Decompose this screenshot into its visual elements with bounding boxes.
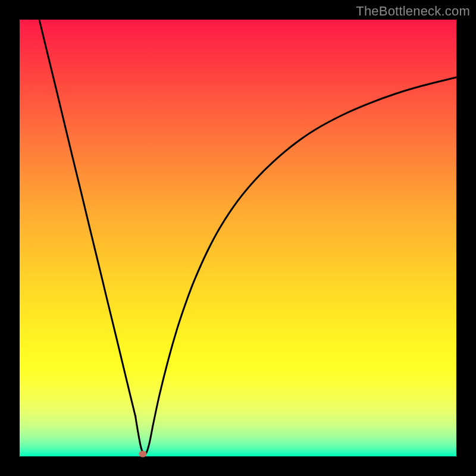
bottleneck-curve xyxy=(20,20,456,456)
optimum-marker xyxy=(139,450,146,457)
chart-frame: TheBottleneck.com xyxy=(0,0,476,476)
watermark-text: TheBottleneck.com xyxy=(356,4,470,19)
plot-area xyxy=(20,20,456,456)
